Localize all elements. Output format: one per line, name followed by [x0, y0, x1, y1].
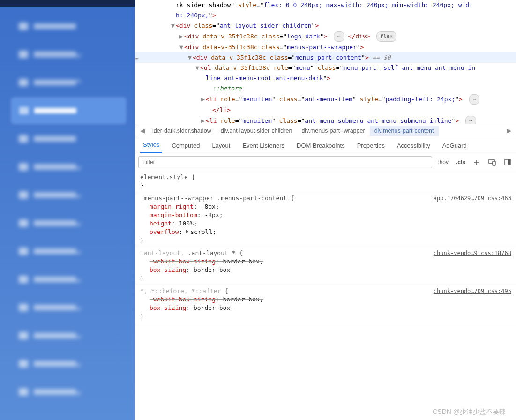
- dom-node[interactable]: ▼<div class="ant-layout-sider-children">: [135, 21, 516, 31]
- breadcrumb-prev[interactable]: ◀: [137, 127, 148, 134]
- breadcrumb-next[interactable]: ▶: [504, 127, 514, 134]
- sidebar-item-3[interactable]: [11, 98, 126, 124]
- sidebar-item-8[interactable]: [11, 238, 126, 264]
- sidebar-item-1[interactable]: [11, 41, 126, 68]
- dom-node[interactable]: ▶<li role="menuitem" class="ant-menu-ite…: [135, 94, 516, 105]
- panel-dock-icon[interactable]: [502, 158, 513, 167]
- sidebar-item-4[interactable]: [11, 126, 126, 152]
- dom-node[interactable]: ▼<ul data-v-35f1c38c role="menu" class="…: [135, 63, 516, 73]
- css-rule[interactable]: .ant-layout, .ant-layout * {chunk-vendo……: [135, 247, 516, 285]
- css-rule[interactable]: .menus-part--wrapper .menus-part-content…: [135, 192, 516, 247]
- tab-properties[interactable]: Properties: [354, 138, 388, 153]
- dom-breadcrumb: ◀ ider-dark.sider.shadowdiv.ant-layout-s…: [135, 124, 516, 137]
- breadcrumb-item[interactable]: div.menus-part--wrapper: [297, 126, 369, 136]
- hov-toggle[interactable]: :hov: [436, 158, 450, 166]
- rule-source-link[interactable]: app.1704629…709.css:463: [434, 194, 511, 202]
- styles-rules[interactable]: element.style {}.menus-part--wrapper .me…: [135, 171, 516, 420]
- dom-node[interactable]: ▼<div data-v-35f1c38c class="menus-part-…: [135, 42, 516, 52]
- tab-accessibility[interactable]: Accessibility: [394, 138, 433, 153]
- device-icon[interactable]: [486, 158, 498, 167]
- tab-dom-breakpoints[interactable]: DOM Breakpoints: [294, 138, 348, 153]
- styles-toolbar: :hov .cls: [135, 153, 516, 171]
- tab-event-listeners[interactable]: Event Listeners: [239, 138, 287, 153]
- svg-rect-1: [493, 161, 495, 165]
- dom-node[interactable]: rk sider shadow" style="flex: 0 0 240px;…: [135, 0, 516, 10]
- dom-node[interactable]: ::before: [135, 83, 516, 94]
- sidebar-item-9[interactable]: [11, 266, 126, 292]
- breadcrumb-item[interactable]: ider-dark.sider.shadow: [148, 126, 216, 136]
- new-rule-button[interactable]: [471, 158, 482, 167]
- app-sidebar: [0, 0, 135, 420]
- dom-node[interactable]: </li>: [135, 105, 516, 115]
- breadcrumb-item[interactable]: div.menus-part-content: [370, 126, 439, 136]
- sidebar-item-7[interactable]: [11, 210, 126, 236]
- sidebar-item-0[interactable]: [11, 13, 126, 39]
- svg-rect-3: [508, 159, 510, 165]
- tab-layout[interactable]: Layout: [209, 138, 233, 153]
- filter-input[interactable]: [138, 156, 432, 168]
- tab-adguard[interactable]: AdGuard: [440, 138, 470, 153]
- dom-node[interactable]: ▶<div data-v-35f1c38c class="logo dark">…: [135, 31, 516, 42]
- sidebar-item-6[interactable]: [11, 182, 126, 208]
- tab-styles[interactable]: Styles: [140, 137, 162, 153]
- rule-source-link[interactable]: chunk-vendo…9.css:18768: [434, 249, 511, 257]
- rule-source-link[interactable]: chunk-vendo…709.css:495: [434, 287, 511, 295]
- css-rule[interactable]: *, *::before, *::after {chunk-vendo…709.…: [135, 285, 516, 323]
- elements-tree[interactable]: rk sider shadow" style="flex: 0 0 240px;…: [135, 0, 516, 124]
- sidebar-item-2[interactable]: [11, 69, 126, 96]
- breadcrumb-item[interactable]: div.ant-layout-sider-children: [216, 126, 297, 136]
- css-rule[interactable]: element.style {}: [135, 171, 516, 192]
- sidebar-item-10[interactable]: [11, 294, 126, 321]
- devtools-panel: rk sider shadow" style="flex: 0 0 240px;…: [135, 0, 516, 420]
- dom-node[interactable]: h: 240px;">: [135, 10, 516, 21]
- sidebar-item-5[interactable]: [11, 154, 126, 180]
- sidebar-item-12[interactable]: [11, 351, 126, 377]
- cls-toggle[interactable]: .cls: [454, 158, 467, 166]
- dom-node[interactable]: ⋯▼<div data-v-35f1c38c class="menus-part…: [135, 52, 516, 63]
- tab-computed[interactable]: Computed: [169, 138, 202, 153]
- sidebar-item-11[interactable]: [11, 322, 126, 349]
- sidebar-item-13[interactable]: [11, 379, 126, 405]
- dom-node[interactable]: line ant-menu-root ant-menu-dark">: [135, 73, 516, 83]
- dom-node[interactable]: ▶<li role="menuitem" class="ant-menu-sub…: [135, 115, 516, 124]
- styles-tabs: StylesComputedLayoutEvent ListenersDOM B…: [135, 137, 516, 153]
